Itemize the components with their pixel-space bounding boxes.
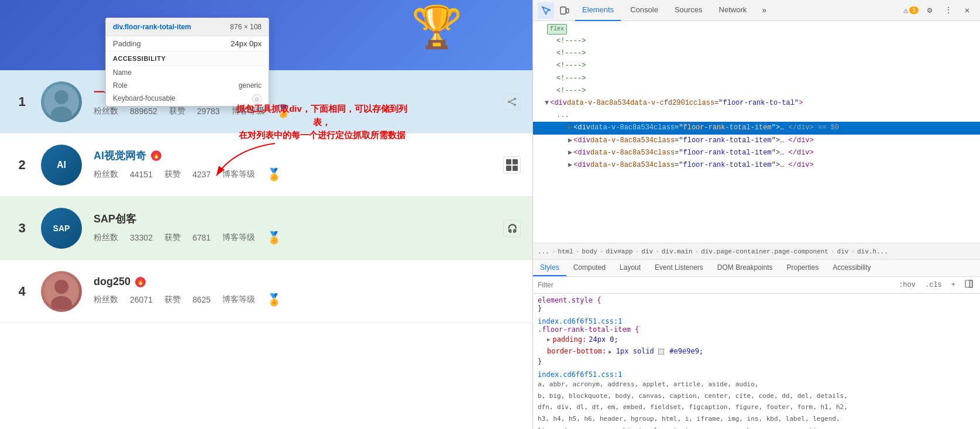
fans-value-4: 26071 [130,295,153,304]
breadcrumb-bar: ... › html › body › div#app › div › div.… [533,243,980,260]
tree-line-item1[interactable]: ▶ <div data-v-8ac8a534 class =" floor-ra… [533,122,980,134]
toggle-sidebar-btn[interactable] [962,279,975,291]
level-label-2: 博客等级 [222,169,255,180]
collapse-triangle[interactable]: ▼ [545,98,549,109]
html-tree[interactable]: flex <!----> <!----> <!----> <!----> <!-… [533,21,980,243]
settings-btn[interactable]: ⚙ [921,2,938,19]
device-toggle-btn[interactable] [556,2,573,19]
cls-btn[interactable]: .cls [923,280,944,290]
rank-number-2: 2 [12,157,32,173]
element-style-close: } [538,304,542,313]
svg-point-2 [54,90,68,104]
tab-dom-breakpoints[interactable]: DOM Breakpoints [710,260,780,276]
rank-icons-2 [503,156,521,174]
filter-input[interactable] [538,281,892,289]
rank-list-container: 1 一个处女座的程序猿 ✓ 粉丝数 889652 [0,70,532,429]
more-tabs-btn[interactable]: » [756,2,772,19]
filter-bar: :hov .cls + [533,277,980,294]
notification-btn[interactable]: ⚠ 1 [903,2,919,19]
headphone-icon-3[interactable]: 🎧 [503,219,521,237]
close-btn[interactable]: ✕ [959,2,975,19]
svg-point-4 [514,98,516,100]
rank-item-3: 3 SAP SAP创客 粉丝数 33302 获赞 6781 博客等级 🏅 [0,197,532,260]
svg-point-10 [54,280,68,294]
rank-name-2: AI视觉网奇 🔥 [94,149,497,163]
tree-line-item3[interactable]: ▶ <div data-v-8ac8a534 class =" floor-ra… [533,147,980,159]
svg-line-8 [510,102,514,104]
rank-name-3: SAP创客 [94,212,497,226]
tab-styles[interactable]: Styles [533,260,566,276]
breadcrumb-divapp[interactable]: div#app [606,248,632,255]
tags-line-1: a, abbr, acronym, address, applet, artic… [538,379,975,390]
tree-line-item4[interactable]: ▶ <div data-v-8ac8a534 class =" floor-ra… [533,159,980,171]
likes-label-3: 获赞 [164,232,181,243]
breadcrumb-divh[interactable]: div.h... [857,248,888,255]
tab-event-listeners[interactable]: Event Listeners [648,260,710,276]
svg-rect-13 [566,9,569,13]
breadcrumb-div2[interactable]: div [837,248,849,255]
rank-stats-3: 粉丝数 33302 获赞 6781 博客等级 🏅 [94,231,497,245]
name-row: Name [106,66,269,79]
tree-line-outer-div: ▼ <div data-v-8ac8a534 data-v-cfd2901c c… [533,97,980,109]
tree-line-comment5: <!----> [533,85,980,97]
keyboard-row: Keyboard-focusable ⊘ [106,92,269,106]
breadcrumb-ellipsis[interactable]: ... [538,248,549,255]
tree-line-item2[interactable]: ▶ <div data-v-8ac8a534 class =" floor-ra… [533,135,980,147]
rank-info-3: SAP创客 粉丝数 33302 获赞 6781 博客等级 🏅 [94,212,497,245]
tags-line-5: li, mark, menu, nav, object, ol, output,… [538,425,975,429]
inspector-class: div.floor-rank-total-item [113,23,191,31]
tree-line-ellipsis: ... [533,109,980,122]
rank-info-4: dog250 🔥 粉丝数 26071 获赞 8625 博客等级 🏅 [94,276,521,307]
qr-icon-2[interactable] [503,156,521,174]
element-style-selector: element.style { [538,296,601,304]
tree-line-comment4: <!----> [533,73,980,85]
keyboard-label: Keyboard-focusable [113,94,176,104]
more-options-btn[interactable]: ⋮ [940,2,957,19]
inspect-element-btn[interactable] [538,2,554,19]
verified-icon-2: 🔥 [151,150,161,161]
breadcrumb-html[interactable]: html [558,248,573,255]
devtools-panel: Elements Console Sources Network » ⚠ 1 ⚙… [532,0,980,429]
breadcrumb-div[interactable]: div [641,248,653,255]
tags-line-2: b, big, blockquote, body, canvas, captio… [538,390,975,402]
fans-value-3: 33302 [130,233,153,242]
tab-sources[interactable]: Sources [668,0,710,21]
likes-value-1: 29783 [197,107,220,116]
tab-accessibility[interactable]: Accessibility [826,260,878,276]
tab-layout[interactable]: Layout [613,260,648,276]
tab-computed[interactable]: Computed [566,260,613,276]
color-swatch [658,349,664,355]
tab-properties[interactable]: Properties [780,260,826,276]
padding-label: Padding [113,39,141,48]
level-label-4: 博客等级 [222,294,255,305]
floor-rank-source[interactable]: index.cd6f6f51.css:1 [538,317,623,325]
level-label-3: 博客等级 [222,232,255,243]
tree-line-flex: flex [533,23,980,35]
fans-label-4: 粉丝数 [94,294,118,305]
svg-rect-12 [561,7,566,14]
level-badge-1: 🏅 [276,104,291,118]
breadcrumb-pagecontainer[interactable]: div.page-container.page-component [701,248,828,255]
likes-label-1: 获赞 [169,106,185,116]
tags-source[interactable]: index.cd6f6f51.css:1 [538,370,623,379]
tab-console[interactable]: Console [623,0,665,21]
likes-value-2: 4237 [192,170,211,179]
left-panel: 🏆 div.floor-rank-total-item 876 × 108 Pa… [0,0,532,429]
breadcrumb-divmain[interactable]: div.main [662,248,693,255]
add-class-btn[interactable]: + [949,280,958,290]
name-label: Name [113,68,132,77]
likes-value-4: 8625 [192,295,211,304]
fans-label-3: 粉丝数 [94,232,118,243]
hov-btn[interactable]: :hov [896,280,918,290]
tab-network[interactable]: Network [712,0,754,21]
css-rule-element-style: element.style { } [538,296,975,313]
fans-label-2: 粉丝数 [94,169,118,180]
inspector-popup: div.floor-rank-total-item 876 × 108 Padd… [105,18,269,107]
rank-number-3: 3 [12,221,32,236]
notification-count: 1 [909,6,919,14]
breadcrumb-body[interactable]: body [582,248,597,255]
tab-elements[interactable]: Elements [575,0,621,21]
likes-label-4: 获赞 [164,294,181,305]
share-icon-1[interactable] [503,93,521,111]
rank-stats-2: 粉丝数 44151 获赞 4237 博客等级 🏅 [94,167,497,181]
